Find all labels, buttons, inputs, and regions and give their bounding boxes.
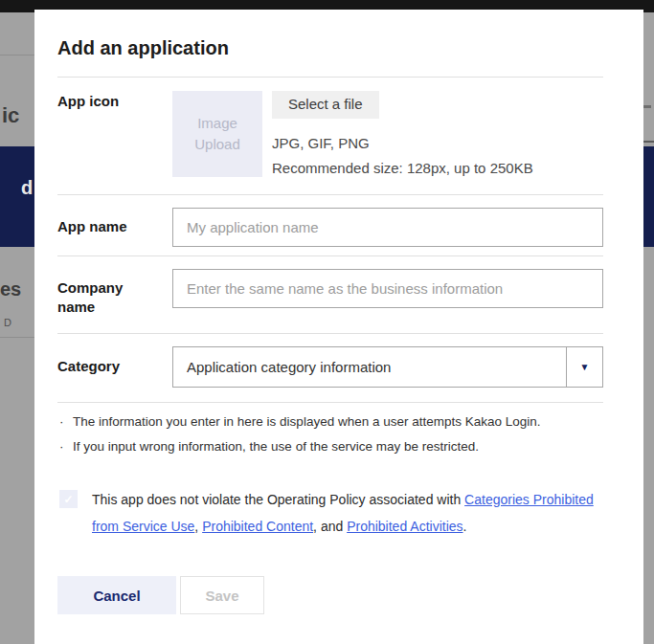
policy-text-segment: . xyxy=(463,519,467,534)
upload-placeholder-line: Image xyxy=(197,113,237,134)
background-navy-band xyxy=(643,146,654,247)
app-icon-row: App icon Image Upload Select a file JPG,… xyxy=(57,78,603,195)
save-button[interactable]: Save xyxy=(180,576,264,614)
company-name-label: Company name xyxy=(57,269,153,317)
link-prohibited-content[interactable]: Prohibited Content xyxy=(202,519,313,534)
background-divider xyxy=(0,337,34,338)
background-text-fragment: d xyxy=(21,177,33,199)
note-item: · The information you enter in here is d… xyxy=(57,410,603,434)
note-item: · If you input wrong information, the us… xyxy=(57,434,603,459)
app-name-row: App name xyxy=(57,195,603,256)
check-icon: ✓ xyxy=(63,493,73,506)
policy-text-segment: This app does not violate the Operating … xyxy=(92,492,464,507)
background-navy-band: d xyxy=(0,146,34,247)
background-divider xyxy=(0,55,34,56)
image-upload-dropzone[interactable]: Image Upload xyxy=(172,91,262,177)
dialog-actions: Cancel Save xyxy=(57,576,603,614)
bullet-icon: · xyxy=(57,434,73,459)
add-application-dialog: Add an application App icon Image Upload… xyxy=(34,10,643,644)
app-icon-label: App icon xyxy=(57,91,153,181)
policy-statement: This app does not violate the Operating … xyxy=(92,486,603,540)
background-text-fragment xyxy=(643,141,654,143)
select-file-button[interactable]: Select a file xyxy=(272,91,379,119)
notes-list: · The information you enter in here is d… xyxy=(57,403,603,459)
policy-text-segment: , and xyxy=(313,519,347,534)
background-right-strip xyxy=(643,12,654,644)
category-label: Category xyxy=(57,346,153,388)
category-dropdown-toggle[interactable]: ▼ xyxy=(566,347,602,387)
app-name-input[interactable] xyxy=(172,208,603,247)
background-left-strip: ic d es D xyxy=(0,12,34,644)
company-name-row: Company name xyxy=(57,256,603,334)
background-text-fragment: D xyxy=(4,317,11,328)
upload-placeholder-line: Upload xyxy=(194,134,240,155)
note-text: The information you enter in here is dis… xyxy=(73,410,541,434)
app-name-label: App name xyxy=(57,208,153,247)
recommended-size-text: Recommended size: 128px, up to 250KB xyxy=(272,156,533,181)
category-selected-value: Application category information xyxy=(173,347,566,387)
bullet-icon: · xyxy=(57,410,73,434)
policy-text-segment: , xyxy=(194,519,202,534)
company-name-input[interactable] xyxy=(172,269,603,308)
allowed-formats-text: JPG, GIF, PNG xyxy=(272,131,533,156)
note-text: If you input wrong information, the use … xyxy=(73,434,479,459)
chevron-down-icon: ▼ xyxy=(580,363,590,372)
link-prohibited-activities[interactable]: Prohibited Activities xyxy=(347,519,462,534)
dialog-title: Add an application xyxy=(57,35,603,60)
background-text-fragment: ic xyxy=(2,103,19,128)
category-row: Category Application category informatio… xyxy=(57,334,603,403)
policy-agreement-row: ✓ This app does not violate the Operatin… xyxy=(57,486,603,540)
category-select[interactable]: Application category information ▼ xyxy=(172,346,603,388)
cancel-button[interactable]: Cancel xyxy=(57,576,176,614)
background-text-fragment: es xyxy=(0,278,21,300)
background-text-fragment xyxy=(643,105,651,108)
policy-checkbox[interactable]: ✓ xyxy=(59,490,78,508)
